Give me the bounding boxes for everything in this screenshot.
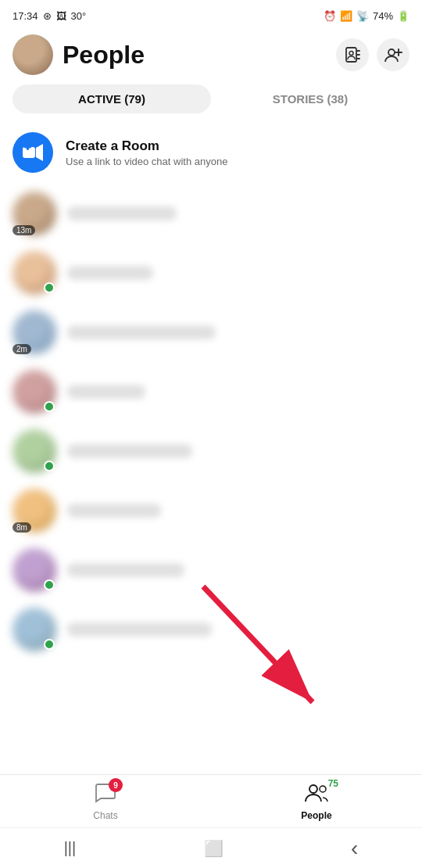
online-status-dot [44, 461, 55, 472]
time-badge: 8m [13, 522, 31, 533]
people-badge: 75 [328, 778, 338, 789]
avatar[interactable] [13, 34, 53, 75]
svg-point-14 [309, 785, 317, 793]
avatar-wrap [13, 370, 56, 414]
status-bar: 17:34 ⊛ 🖼 30° ⏰ 📶 📡 74% 🔋 [0, 0, 422, 28]
time-badge: 2m [13, 344, 31, 354]
create-room[interactable]: Create a Room Use a link to video chat w… [0, 121, 422, 181]
status-left: 17:34 ⊛ 🖼 30° [13, 10, 86, 22]
svg-marker-9 [36, 144, 43, 161]
create-room-title: Create a Room [66, 138, 227, 154]
add-person-button[interactable] [377, 38, 409, 71]
create-room-icon [13, 132, 53, 173]
nav-item-chats[interactable]: 9 Chats [0, 775, 211, 827]
signal-icon: 📡 [356, 10, 369, 22]
chats-label: Chats [93, 810, 117, 821]
svg-point-4 [349, 52, 353, 56]
status-right: ⏰ 📶 📡 74% 🔋 [324, 10, 409, 22]
list-item[interactable] [0, 421, 422, 481]
online-status-dot [44, 579, 55, 590]
header: People [0, 28, 422, 84]
system-nav: ||| ⬜ ‹ [0, 827, 422, 868]
avatar-wrap: 2m [13, 310, 56, 354]
page-title: People [63, 41, 327, 70]
add-person-icon [384, 46, 402, 63]
people-icon: 75 [304, 781, 329, 809]
tab-active[interactable]: ACTIVE (79) [13, 84, 211, 113]
person-name [67, 622, 212, 637]
chats-icon: 9 [95, 781, 116, 809]
avatar-wrap [13, 251, 56, 295]
contacts-icon [344, 46, 361, 63]
battery-level: 74% [373, 10, 393, 22]
list-item[interactable] [0, 600, 422, 659]
battery-icon: 🔋 [397, 10, 409, 22]
online-status-dot [44, 401, 55, 412]
create-room-subtitle: Use a link to video chat with anyone [66, 156, 227, 167]
avatar-wrap: 13m [13, 192, 56, 235]
create-room-text: Create a Room Use a link to video chat w… [66, 138, 227, 167]
svg-rect-11 [24, 146, 31, 149]
menu-button[interactable]: ||| [64, 839, 77, 857]
list-item[interactable]: 2m [0, 303, 422, 362]
chats-badge: 9 [109, 778, 123, 792]
photo-icon: 🖼 [56, 10, 66, 22]
person-name [67, 444, 192, 458]
tabs: ACTIVE (79) STORIES (38) [0, 84, 422, 113]
avatar-wrap: 8m [13, 489, 56, 533]
messenger-icon: ⊛ [43, 10, 52, 22]
person-name [67, 563, 184, 577]
contacts-icon-button[interactable] [336, 38, 369, 71]
tab-stories[interactable]: STORIES (38) [211, 84, 409, 113]
wifi-icon: 📶 [340, 10, 352, 22]
home-button[interactable]: ⬜ [204, 839, 224, 858]
list-item[interactable]: 8m [0, 481, 422, 540]
nav-item-people[interactable]: 75 People [211, 775, 422, 827]
person-name [67, 266, 153, 280]
list-item[interactable]: 13m [0, 184, 422, 243]
online-status-dot [44, 639, 55, 650]
person-name [67, 325, 216, 339]
status-time: 17:34 [13, 10, 38, 22]
people-label: People [301, 810, 331, 821]
avatar-wrap [13, 608, 56, 651]
temp-indicator: 30° [71, 10, 87, 22]
person-name [67, 504, 161, 518]
person-name [67, 385, 145, 399]
avatar-wrap [13, 429, 56, 473]
time-badge: 13m [13, 225, 35, 235]
people-list: 13m 2m 8m [0, 181, 422, 662]
online-status-dot [44, 282, 55, 293]
svg-point-15 [320, 786, 326, 792]
alarm-icon: ⏰ [324, 10, 336, 22]
svg-point-5 [388, 49, 395, 56]
bottom-nav: 9 Chats 75 People [0, 774, 422, 827]
list-item[interactable] [0, 243, 422, 303]
header-icons [336, 38, 409, 71]
person-name [67, 206, 177, 221]
list-item[interactable] [0, 540, 422, 600]
list-item[interactable] [0, 362, 422, 421]
avatar-wrap [13, 548, 56, 592]
back-button[interactable]: ‹ [351, 836, 358, 861]
